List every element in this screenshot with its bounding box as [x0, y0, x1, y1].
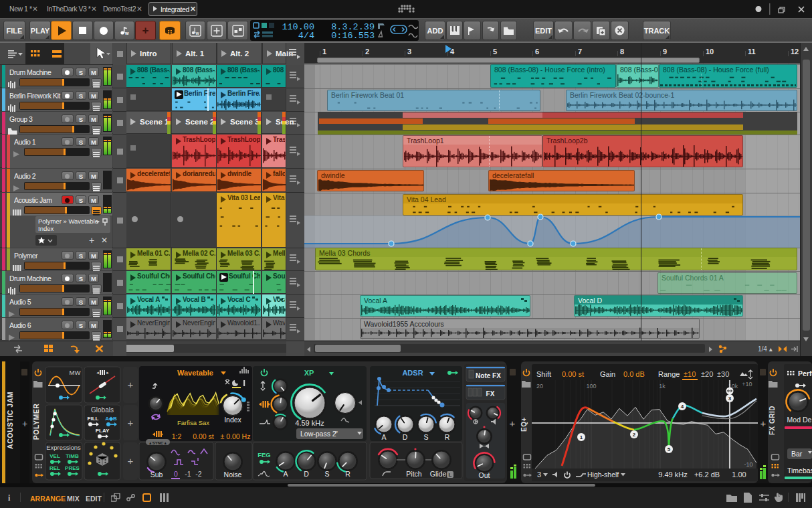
svg-text:±30: ±30: [717, 370, 729, 378]
svg-text:High-shelf: High-shelf: [587, 471, 619, 479]
svg-text:◂: ◂: [96, 370, 99, 375]
svg-text:9.49 kHz: 9.49 kHz: [658, 471, 687, 479]
svg-text:R: R: [345, 470, 350, 478]
svg-text:R: R: [445, 433, 450, 441]
svg-text:+: +: [128, 417, 134, 428]
svg-text:D: D: [403, 433, 408, 441]
svg-text:Mod De: Mod De: [787, 416, 812, 424]
svg-text:Perfo: Perfo: [798, 369, 812, 377]
svg-text:0.00 st: 0.00 st: [193, 432, 214, 440]
svg-text:4.59 kHz: 4.59 kHz: [295, 419, 324, 427]
svg-text:Pitch: Pitch: [406, 470, 422, 478]
svg-text:Out: Out: [479, 471, 490, 479]
svg-text:POLYMER: POLYMER: [32, 404, 40, 440]
svg-text:Expressions: Expressions: [46, 444, 81, 451]
svg-text:EQ+: EQ+: [520, 417, 528, 432]
svg-text:+: +: [128, 455, 134, 467]
svg-text:S: S: [423, 433, 428, 441]
svg-text:1.00: 1.00: [732, 471, 746, 479]
svg-text:Note FX: Note FX: [476, 372, 501, 379]
svg-text:A◆B: A◆B: [105, 416, 117, 422]
svg-text:Gain: Gain: [600, 370, 615, 378]
svg-text:ACOUSTIC JAM: ACOUSTIC JAM: [6, 392, 14, 449]
svg-text:+: +: [760, 418, 767, 429]
svg-text:A: A: [381, 433, 386, 441]
svg-text:±10: ±10: [684, 370, 696, 378]
svg-text:Farfisa Sax: Farfisa Sax: [177, 419, 209, 426]
svg-text:2: 2: [633, 432, 636, 438]
svg-text:FX GRID: FX GRID: [769, 406, 776, 435]
svg-text:REL: REL: [49, 465, 60, 471]
svg-text:Noise: Noise: [224, 471, 242, 479]
svg-text:FX: FX: [486, 390, 495, 398]
svg-text:S: S: [324, 470, 329, 478]
svg-text:-2: -2: [195, 470, 201, 478]
svg-text:Timebas: Timebas: [787, 467, 812, 475]
svg-text:Range: Range: [658, 370, 680, 378]
svg-text:1:2: 1:2: [172, 432, 182, 440]
svg-text:0.0 dB: 0.0 dB: [623, 370, 645, 378]
svg-text:VEL: VEL: [49, 453, 60, 459]
svg-text:XP: XP: [304, 369, 314, 377]
svg-text:Low-pass 2: Low-pass 2: [300, 430, 336, 438]
svg-text:Bar: Bar: [791, 450, 803, 458]
svg-text:Shift: Shift: [536, 370, 551, 378]
svg-text:w: w: [195, 30, 200, 35]
svg-text:20: 20: [536, 383, 543, 390]
svg-text:▸: ▸: [106, 370, 109, 375]
svg-text:FEG: FEG: [258, 451, 271, 458]
svg-text:-1: -1: [185, 470, 191, 478]
svg-text:+: +: [128, 379, 134, 390]
svg-text:ADSR: ADSR: [402, 369, 423, 377]
svg-text:100: 100: [586, 383, 596, 390]
svg-text:1: 1: [580, 434, 583, 440]
svg-text:Globals: Globals: [91, 406, 114, 414]
svg-text:+6.2 dB: +6.2 dB: [694, 471, 720, 479]
svg-text:P: P: [335, 430, 338, 434]
svg-text:3: 3: [537, 471, 541, 479]
svg-text:PLAY: PLAY: [96, 428, 110, 434]
svg-text:4: 4: [681, 404, 684, 410]
svg-text:±20: ±20: [701, 370, 713, 378]
svg-text:0: 0: [174, 470, 178, 478]
svg-text:▲SYNC▲: ▲SYNC▲: [148, 441, 168, 445]
svg-text:MW: MW: [70, 369, 81, 376]
svg-text:D: D: [304, 470, 309, 478]
svg-text:FILL: FILL: [88, 416, 99, 422]
svg-text:± 0.00 Hz: ± 0.00 Hz: [221, 432, 251, 440]
svg-text:5: 5: [668, 446, 671, 452]
svg-text:TIMB: TIMB: [66, 453, 79, 459]
svg-text:3: 3: [728, 396, 732, 402]
svg-text:+: +: [510, 418, 516, 429]
svg-text:+10: +10: [742, 381, 752, 388]
svg-text:w: w: [124, 31, 129, 35]
svg-text:Sub: Sub: [150, 471, 163, 479]
svg-text:+: +: [22, 418, 27, 429]
svg-text:A: A: [283, 470, 288, 478]
svg-text:0.00 st: 0.00 st: [562, 370, 584, 378]
svg-text:Wavetable: Wavetable: [177, 369, 213, 377]
svg-text:PRES: PRES: [65, 465, 80, 471]
svg-text:L: L: [449, 472, 452, 478]
svg-text:1k: 1k: [659, 383, 666, 390]
svg-text:Glide: Glide: [430, 470, 447, 478]
svg-text:Index: Index: [224, 416, 241, 424]
